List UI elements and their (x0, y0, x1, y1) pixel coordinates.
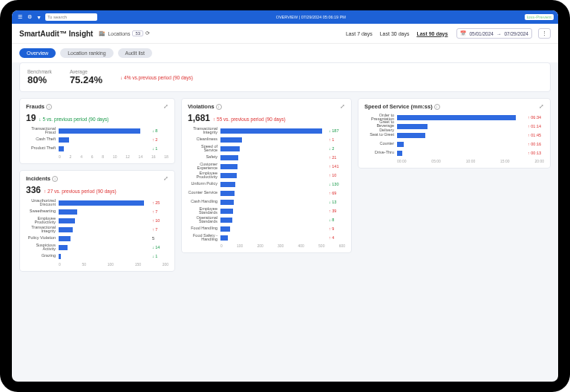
row-delta: ↑ 01:45 (528, 133, 544, 137)
chart-row: Grazing ↓ 1 (26, 252, 168, 261)
expand-icon[interactable]: ⤢ (163, 103, 168, 110)
violations-rows: Transactional Integrity ↓ 187 Cleanlines… (188, 126, 345, 242)
row-label: Seat to Greet (364, 133, 396, 137)
tab-location-ranking[interactable]: Location ranking (60, 48, 113, 58)
axis-tick: 100 (237, 244, 243, 248)
bar-track (59, 200, 151, 206)
axis-tick: 500 (318, 244, 324, 248)
chart-row: Sweethearting ↑ 7 (26, 207, 168, 216)
row-label: Counter (364, 142, 396, 146)
bar-fill (220, 164, 238, 169)
info-icon[interactable]: i (434, 104, 440, 110)
tab-audit-list[interactable]: Audit list (118, 48, 152, 58)
chart-row: Employee Productivity ↑ 10 (188, 171, 345, 180)
row-delta: ↑ 141 (329, 164, 345, 169)
chart-row: Uniform Policy ↓ 130 (188, 180, 345, 189)
chart-row: Customer Experience ↑ 141 (188, 162, 345, 171)
bar-fill (59, 245, 68, 250)
calendar-icon: 📅 (460, 30, 466, 36)
chart-row: Counter ↑ 00:16 (364, 140, 544, 148)
bar-track (220, 200, 327, 205)
row-label: Product Theft (26, 146, 57, 151)
row-delta: ↓ 187 (329, 128, 345, 133)
search-input[interactable]: To search (45, 13, 97, 21)
row-label: Employee Productivity (26, 217, 57, 225)
frauds-title: Frauds (26, 103, 45, 110)
chart-row: Product Theft ↓ 1 (26, 144, 168, 153)
axis-tick: 200 (258, 244, 263, 248)
axis-tick: 00:00 (397, 159, 407, 163)
axis-tick: 16 (151, 154, 156, 159)
row-label: Transactional Fraud (26, 127, 57, 135)
range-90[interactable]: Last 90 days (416, 31, 448, 36)
tab-overview[interactable]: Overview (19, 48, 56, 58)
bar-track (397, 133, 526, 138)
bar-track (59, 218, 151, 223)
gear-icon[interactable]: ⚙ (26, 14, 33, 21)
row-label: Suspicious Activity (26, 244, 57, 252)
row-label: Food Handling (188, 226, 219, 231)
range-7[interactable]: Last 7 days (346, 31, 373, 36)
row-delta: ↑ 10 (329, 173, 345, 177)
row-delta: ↑ 2 (152, 137, 168, 142)
brand-badge: loss-Prevent (525, 14, 554, 20)
store-icon: 🏬 (99, 30, 105, 36)
bar-fill (59, 128, 140, 134)
info-icon[interactable]: i (216, 104, 222, 110)
more-menu[interactable]: ⋮ (538, 28, 551, 39)
expand-icon[interactable]: ⤢ (539, 103, 544, 110)
bar-track (59, 227, 151, 232)
locations-selector[interactable]: 🏬 Locations 53 ⟳ (99, 30, 150, 36)
bar-fill (397, 142, 404, 147)
bar-fill (59, 209, 77, 215)
topbar-center-text: OVERVIEW | 07/29/2024 05:06:19 PM (100, 15, 522, 19)
range-30[interactable]: Last 30 days (380, 31, 410, 36)
chart-row: Transactional Integrity ↑ 7 (26, 225, 168, 234)
chart-row: Seat to Greet ↑ 01:45 (364, 131, 544, 140)
cards-grid: Fraudsi⤢19↓ 5 vs. previous period (90 da… (19, 98, 551, 272)
info-icon[interactable]: i (46, 104, 52, 110)
filter-icon[interactable]: ▼ (36, 14, 42, 21)
average-label: Average (70, 69, 102, 74)
axis-tick: 400 (298, 244, 304, 248)
bar-track (397, 151, 526, 156)
bar-fill (220, 209, 233, 214)
refresh-icon[interactable]: ⟳ (145, 30, 150, 36)
date-range-picker[interactable]: 📅 05/01/2024 → 07/29/2024 (456, 28, 532, 39)
bar-fill (59, 137, 69, 143)
expand-icon[interactable]: ⤢ (163, 175, 168, 182)
chart-row: Counter Service ↑ 69 (188, 189, 345, 197)
incidents-total: 336 (26, 185, 41, 195)
bar-track (59, 128, 151, 134)
row-label: Sweethearting (26, 209, 57, 214)
axis-tick: 600 (339, 244, 345, 248)
chart-row: Cash Handling ↓ 13 (188, 197, 345, 206)
locations-label: Locations (108, 31, 130, 36)
x-axis: 0100200300400500600 (188, 244, 345, 248)
bar-track (220, 137, 327, 143)
bar-track (220, 191, 327, 196)
info-icon[interactable]: i (52, 176, 58, 182)
benchmark-value: 80% (27, 74, 52, 85)
row-label: Transactional Integrity (188, 127, 219, 135)
row-delta: ↓ 2 (329, 146, 345, 151)
incidents-rows: Unauthorized Discount ↑ 25 Sweethearting… (26, 198, 168, 261)
average-value: 75.24% (70, 74, 102, 85)
row-label: Greet to Beverage Delivery (364, 120, 396, 133)
menu-icon[interactable]: ☰ (16, 14, 23, 21)
row-delta: ↑ 00:16 (528, 142, 544, 146)
bar-fill (397, 124, 428, 129)
bar-track (220, 173, 327, 178)
bar-track (220, 128, 327, 134)
row-label: Grazing (26, 254, 57, 258)
row-label: Policy Violation (26, 236, 57, 241)
bar-track (59, 137, 151, 143)
chart-row: Policy Violation 5 (26, 234, 168, 243)
x-axis: 024681012141618 (26, 154, 168, 159)
expand-icon[interactable]: ⤢ (340, 103, 345, 110)
row-label: Transactional Integrity (26, 226, 57, 234)
bar-fill (397, 115, 516, 120)
bar-track (59, 254, 151, 259)
axis-tick: 6 (91, 154, 94, 159)
row-delta: ↑ 25 (152, 200, 168, 205)
